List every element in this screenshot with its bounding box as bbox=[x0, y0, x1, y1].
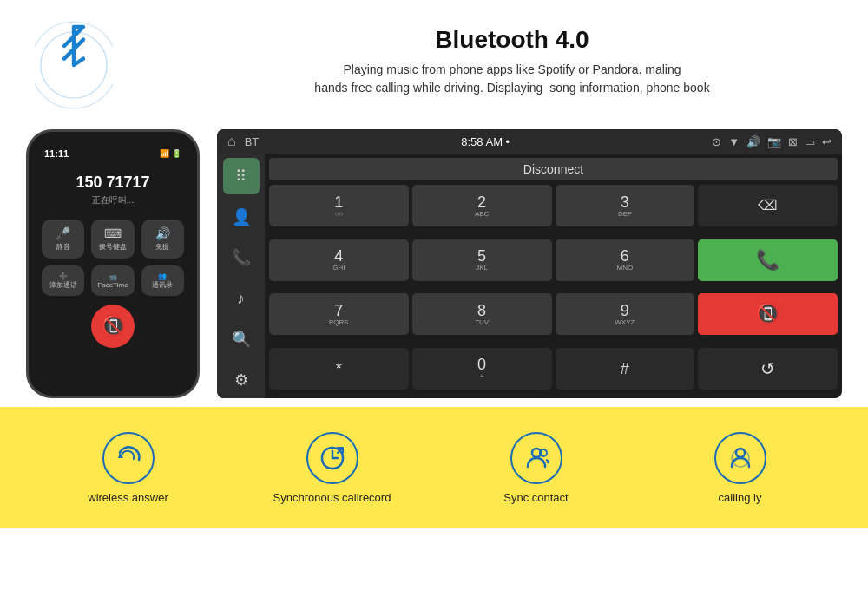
disconnect-button[interactable]: Disconnect bbox=[269, 158, 838, 180]
facetime-button[interactable]: 📹 FaceTime bbox=[91, 265, 134, 296]
key-3[interactable]: 3 DEF bbox=[556, 185, 695, 226]
mute-button[interactable]: 🎤 静音 bbox=[42, 220, 84, 259]
location-icon: ⊙ bbox=[712, 135, 721, 148]
key-end-call[interactable]: 📵 bbox=[698, 293, 838, 335]
phone-call-status: 正在呼叫... bbox=[92, 194, 134, 206]
car-sidebar-music[interactable]: ♪ bbox=[223, 280, 260, 317]
calling-ly-label: calling ly bbox=[719, 491, 762, 504]
window-icon[interactable]: ▭ bbox=[805, 135, 815, 148]
phone-bottom-buttons: ➕ 添加通话 📹 FaceTime 👥 通讯录 bbox=[37, 265, 188, 296]
car-sidebar-dial[interactable]: ⠿ bbox=[223, 158, 260, 194]
feature-calling-ly: calling ly bbox=[638, 432, 842, 504]
key-backspace[interactable]: ⌫ bbox=[698, 185, 838, 226]
phone-notch bbox=[82, 132, 143, 147]
contacts-button[interactable]: 👥 通讯录 bbox=[141, 265, 184, 296]
key-5[interactable]: 5 JKL bbox=[412, 239, 552, 281]
phone-signal-icons: 📶🔋 bbox=[160, 149, 181, 158]
features-section: wireless answer Synchronous callrecord S… bbox=[0, 407, 868, 528]
car-status-icons: ⊙ ▼ 🔊 📷 ⊠ ▭ ↩ bbox=[712, 135, 832, 148]
car-sidebar-call-log[interactable]: 📞 bbox=[223, 239, 260, 276]
key-refresh[interactable]: ↺ bbox=[698, 348, 838, 390]
car-main: Disconnect 1 ○○ 2 ABC 3 DEF bbox=[265, 154, 842, 398]
feature-wireless-answer: wireless answer bbox=[26, 432, 230, 504]
car-sidebar-search[interactable]: 🔍 bbox=[223, 321, 260, 357]
volume-icon: 🔊 bbox=[746, 135, 760, 148]
car-sidebar: ⠿ 👤 📞 ♪ 🔍 ⚙ bbox=[217, 154, 265, 398]
speaker-button[interactable]: 🔊 免提 bbox=[141, 220, 184, 259]
callrecord-icon bbox=[306, 432, 358, 484]
camera-icon[interactable]: 📷 bbox=[767, 135, 781, 148]
key-star[interactable]: * bbox=[269, 348, 409, 390]
bluetooth-icon bbox=[35, 17, 113, 113]
bt-label: BT bbox=[245, 135, 260, 148]
car-sidebar-contacts[interactable]: 👤 bbox=[223, 199, 260, 235]
feature-sync-contact: Sync contact bbox=[434, 432, 638, 504]
key-6[interactable]: 6 MNO bbox=[556, 239, 695, 281]
key-hash[interactable]: # bbox=[556, 348, 695, 390]
wifi-icon: ▼ bbox=[728, 135, 740, 148]
back-icon[interactable]: ↩ bbox=[822, 135, 832, 148]
phone-status-bar: 11:11 📶🔋 bbox=[37, 147, 188, 161]
feature-callrecord: Synchronous callrecord bbox=[230, 432, 434, 504]
screen-icon[interactable]: ⊠ bbox=[788, 135, 798, 148]
sync-contact-label: Sync contact bbox=[503, 491, 568, 504]
car-body: ⠿ 👤 📞 ♪ 🔍 ⚙ Disconnect 1 ○○ 2 bbox=[217, 154, 842, 398]
key-call[interactable]: 📞 bbox=[698, 239, 838, 281]
key-0[interactable]: 0 + bbox=[412, 348, 552, 390]
bluetooth-icon-area bbox=[35, 17, 174, 116]
phone-call-screen: 150 71717 正在呼叫... 🎤 静音 ⌨ 拨号键盘 🔊 免提 ➕ bbox=[37, 161, 188, 383]
car-time: 8:58 AM • bbox=[267, 135, 703, 148]
car-screen: ⌂ BT 8:58 AM • ⊙ ▼ 🔊 📷 ⊠ ▭ ↩ ⠿ 👤 📞 ♪ 🔍 bbox=[217, 129, 842, 398]
callrecord-label: Synchronous callrecord bbox=[273, 491, 391, 504]
key-2[interactable]: 2 ABC bbox=[412, 185, 552, 226]
car-status-bar: ⌂ BT 8:58 AM • ⊙ ▼ 🔊 📷 ⊠ ▭ ↩ bbox=[217, 129, 842, 154]
key-9[interactable]: 9 WXYZ bbox=[556, 293, 695, 335]
key-1[interactable]: 1 ○○ bbox=[269, 185, 409, 226]
page-title: Bluetooth 4.0 bbox=[191, 26, 833, 54]
header-text: Bluetooth 4.0 Playing music from phone a… bbox=[191, 17, 833, 97]
car-keypad: 1 ○○ 2 ABC 3 DEF ⌫ bbox=[269, 185, 838, 398]
key-4[interactable]: 4 GHI bbox=[269, 239, 409, 281]
wireless-answer-label: wireless answer bbox=[88, 491, 168, 504]
home-icon[interactable]: ⌂ bbox=[227, 134, 236, 149]
phone-call-buttons: 🎤 静音 ⌨ 拨号键盘 🔊 免提 bbox=[37, 220, 188, 259]
key-8[interactable]: 8 TUV bbox=[412, 293, 552, 335]
end-call-button[interactable]: 📵 bbox=[91, 305, 135, 348]
calling-ly-icon bbox=[714, 432, 766, 484]
phone-time: 11:11 bbox=[44, 148, 69, 159]
wireless-answer-icon bbox=[102, 432, 155, 484]
header-description: Playing music from phone apps like Spoti… bbox=[191, 61, 833, 97]
car-sidebar-settings[interactable]: ⚙ bbox=[223, 362, 260, 398]
phone-number: 150 71717 bbox=[76, 174, 149, 192]
key-7[interactable]: 7 PQRS bbox=[269, 293, 409, 335]
keypad-button[interactable]: ⌨ 拨号键盘 bbox=[91, 220, 134, 259]
phone-mockup: 11:11 📶🔋 150 71717 正在呼叫... 🎤 静音 ⌨ 拨号键盘 🔊 bbox=[26, 129, 200, 398]
sync-contact-icon bbox=[510, 432, 562, 484]
add-call-button[interactable]: ➕ 添加通话 bbox=[42, 265, 84, 296]
